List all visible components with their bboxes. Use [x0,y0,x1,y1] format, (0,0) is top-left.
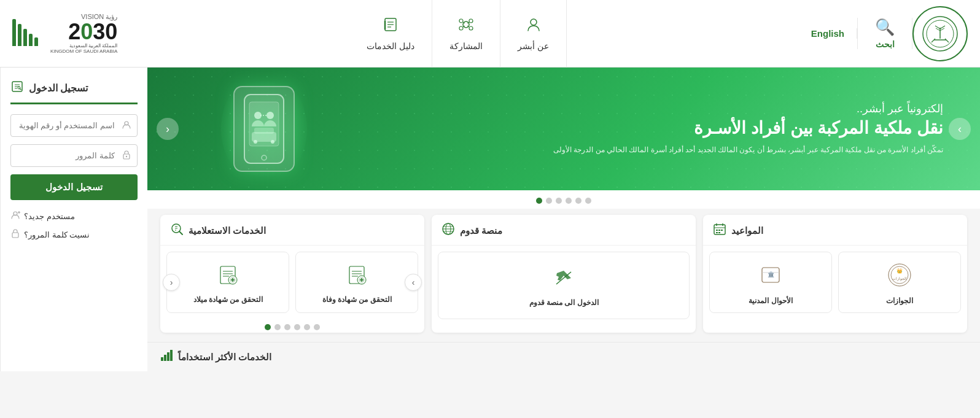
carousel-image [196,80,332,178]
svg-rect-76 [161,357,163,361]
login-button[interactable]: تسجيل الدخول [10,174,138,200]
carousel-dot-1[interactable] [585,198,591,204]
main-wrapper: ‹ إلكترونياً عبر أبشر.. نقل ملكية المركب… [0,68,980,371]
nav-item-absher[interactable]: عن أبشر [500,0,567,68]
emblem-icon [922,15,959,52]
password-field-wrapper [10,144,138,167]
inquiry-prev-arrow[interactable]: › [405,274,422,291]
search-icon: 🔍 [875,18,895,37]
username-field-wrapper [10,114,138,137]
svg-rect-77 [164,355,166,361]
nav-item-services-guide[interactable]: دليل الخدمات [349,0,432,68]
carousel-dot-5[interactable] [546,198,552,204]
new-user-icon [10,210,20,222]
most-used-bar: الخدمات الأكثر استخداماً [147,342,980,371]
arrival-platform-title: منصة قدوم [460,225,502,236]
inquiry-dot-2[interactable] [304,324,310,330]
header-nav: عن أبشر المشاركة دليل الخدمات [349,0,567,68]
svg-text:الجوازات: الجوازات [892,277,907,281]
carousel-prev-button[interactable]: › [949,118,971,140]
services-guide-nav-label: دليل الخدمات [367,41,414,51]
svg-point-10 [531,19,537,25]
vision-year: 2030 [68,21,117,43]
carousel-next-button[interactable]: ‹ [157,118,179,140]
login-title: تسجيل الدخول [29,82,88,94]
vision-logo: رؤية VISION 2030 المملكة العربية السعودي… [50,13,117,54]
birth-cert-label: التحقق من شهادة ميلاد [193,295,263,304]
civil-affairs-card[interactable]: 🏛️ الأحوال المدنية [709,252,832,313]
search-button[interactable]: 🔍 ابحث [857,18,912,49]
inquiry-dot-6[interactable] [265,324,271,330]
svg-rect-41 [716,232,718,233]
login-sidebar: تسجيل الدخول [0,68,147,371]
appointments-icon [713,222,726,239]
most-used-icon [160,349,173,365]
carousel-dot-3[interactable] [566,198,572,204]
inquiry-next-arrow[interactable]: ‹ [163,274,180,291]
carousel-title-small: إلكترونياً عبر أبشر.. [332,102,943,115]
svg-text:🏛️: 🏛️ [768,271,775,278]
participation-icon [457,16,475,37]
svg-rect-91 [12,233,18,238]
svg-rect-38 [716,230,718,231]
svg-rect-39 [718,230,720,231]
arrival-platform-header: منصة قدوم [432,215,696,246]
logo [912,6,968,61]
nav-item-participation[interactable]: المشاركة [432,0,500,68]
birth-cert-card[interactable]: التحقق من شهادة ميلاد [166,252,289,313]
svg-point-87 [126,155,127,157]
passports-card[interactable]: 👑 الجوازات الجوازات [838,252,961,313]
new-user-link[interactable]: مستخدم جديد؟ [10,210,138,222]
svg-point-43 [889,264,911,286]
arrival-platform-panel: منصة قدوم الدخول الى منصة قدوم [432,215,696,333]
carousel-dot-4[interactable] [556,198,562,204]
svg-point-14 [459,26,463,30]
civil-affairs-icon: 🏛️ [758,263,783,292]
password-input[interactable] [10,144,138,167]
inquiry-cards-wrapper: › [160,246,424,319]
inquiry-dot-5[interactable] [274,324,281,330]
arrival-cards: الدخول الى منصة قدوم [432,246,696,325]
death-cert-icon [346,264,368,290]
svg-rect-42 [718,232,720,233]
lock-input-icon [122,150,131,162]
carousel-dot-6[interactable] [536,198,542,204]
passports-icon: 👑 الجوازات [887,263,912,292]
forgot-password-link[interactable]: نسيت كلمة المرور؟ [10,228,138,241]
participation-nav-label: المشاركة [449,41,483,51]
inquiry-dot-3[interactable] [294,324,300,330]
inquiry-dot-1[interactable] [314,324,320,330]
language-toggle[interactable]: English [799,28,857,39]
login-title-icon [10,80,24,96]
inquiry-services-panel: الخدمات الاستعلامية › [160,215,424,333]
svg-point-13 [469,19,473,23]
svg-line-56 [179,231,182,234]
death-cert-card[interactable]: التحقق من شهادة وفاة [295,252,418,313]
civil-affairs-label: الأحوال المدنية [749,296,792,305]
most-used-label: الخدمات الأكثر استخداماً [178,352,271,363]
death-cert-label: التحقق من شهادة وفاة [322,295,392,304]
appointments-title: المواعيد [731,225,763,236]
inquiry-dots [160,319,424,333]
svg-line-8 [931,39,935,42]
passports-label: الجوازات [886,296,913,305]
svg-point-12 [459,19,463,23]
carousel-title-big: نقل ملكية المركبة بين أفراد الأسـرة [332,118,943,138]
forgot-password-icon [10,228,20,241]
arrival-login-card[interactable]: الدخول الى منصة قدوم [438,252,690,319]
inquiry-dot-4[interactable] [284,324,290,330]
user-icon [525,16,542,37]
carousel-dots [147,190,980,209]
carousel-description: تمكّن أفراد الأسرة من نقل ملكية المركبة … [332,144,943,156]
appointments-cards: 👑 الجوازات الجوازات 🏛️ [703,246,967,319]
user-input-icon [122,120,131,132]
new-user-label: مستخدم جديد؟ [24,212,75,221]
search-label: ابحث [876,39,895,49]
username-input[interactable] [10,114,138,137]
inquiry-cards: التحقق من شهادة وفاة [160,246,424,319]
carousel-dot-2[interactable] [575,198,581,204]
header: 🔍 ابحث English عن أبشر المشاركة دليل الخ… [0,0,980,68]
svg-line-9 [945,39,949,42]
book-icon [382,16,399,37]
forgot-password-label: نسيت كلمة المرور؟ [24,230,90,239]
